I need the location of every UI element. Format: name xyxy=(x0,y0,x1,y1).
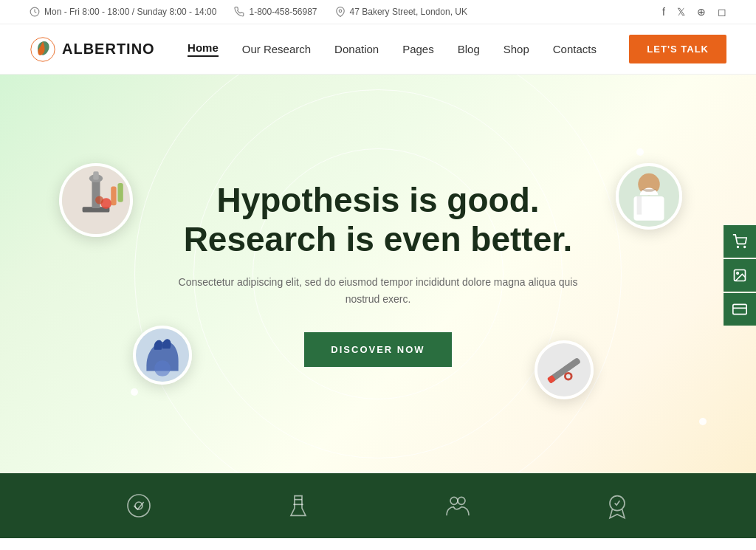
hero-title: Hypothesis is good. Research is even bet… xyxy=(171,181,585,259)
instagram-link[interactable]: ◻ xyxy=(718,6,726,18)
phone-text: 1-800-458-56987 xyxy=(249,7,317,17)
nav-shop[interactable]: Shop xyxy=(504,43,529,55)
nav-contacts[interactable]: Contacts xyxy=(553,43,597,55)
nav-research[interactable]: Our Research xyxy=(242,43,311,55)
svg-point-9 xyxy=(95,196,103,204)
footer-icon-3 xyxy=(443,491,472,520)
hero-content: Hypothesis is good. Research is even bet… xyxy=(157,151,599,396)
bubble-microscope xyxy=(59,163,133,237)
svg-rect-27 xyxy=(733,304,746,314)
topbar-social: f 𝕏 ⊕ ◻ xyxy=(662,6,726,18)
svg-rect-7 xyxy=(93,171,98,179)
orbit-dot-1 xyxy=(636,148,644,156)
address-text: 47 Bakery Street, London, UK xyxy=(350,7,467,17)
svg-rect-10 xyxy=(111,187,116,206)
phone-icon xyxy=(234,7,244,17)
nav-donation[interactable]: Donation xyxy=(334,43,379,55)
image-icon xyxy=(732,268,747,283)
nav-links: Home Our Research Donation Pages Blog Sh… xyxy=(188,41,597,57)
navbar: ALBERTINO Home Our Research Donation Pag… xyxy=(0,24,756,75)
footer-icons xyxy=(59,491,697,520)
svg-point-34 xyxy=(458,497,465,504)
facebook-link[interactable]: f xyxy=(662,6,665,18)
footer-dark xyxy=(0,473,756,538)
dribbble-link[interactable]: ⊕ xyxy=(697,6,706,18)
side-panel xyxy=(724,225,756,326)
side-image-button[interactable] xyxy=(724,259,756,292)
card-icon xyxy=(732,302,747,317)
svg-point-33 xyxy=(450,497,458,504)
orbit-dot-2 xyxy=(699,418,707,425)
nav-pages[interactable]: Pages xyxy=(402,43,434,55)
location-icon xyxy=(335,7,346,17)
topbar-left: Mon - Fri 8:00 - 18:00 / Sunday 8:00 - 1… xyxy=(30,7,467,17)
footer-team-icon xyxy=(443,491,472,520)
svg-point-1 xyxy=(339,10,342,13)
svg-point-24 xyxy=(744,246,746,247)
cart-icon xyxy=(732,234,747,249)
svg-point-23 xyxy=(738,246,739,247)
svg-point-26 xyxy=(737,272,739,274)
bubble-scientist xyxy=(616,163,682,230)
nav-home[interactable]: Home xyxy=(188,41,219,57)
svg-point-29 xyxy=(128,495,150,517)
footer-lab-icon xyxy=(284,491,313,520)
svg-rect-17 xyxy=(637,196,642,215)
footer-icon-2 xyxy=(284,491,313,520)
nav-blog[interactable]: Blog xyxy=(458,43,480,55)
logo-icon xyxy=(30,36,56,63)
topbar-address: 47 Bakery Street, London, UK xyxy=(335,7,467,17)
orbit-dot-3 xyxy=(131,388,138,396)
logo-text: ALBERTINO xyxy=(62,41,155,58)
svg-rect-11 xyxy=(117,183,123,202)
hero-section: Hypothesis is good. Research is even bet… xyxy=(0,75,756,473)
topbar-phone: 1-800-458-56987 xyxy=(234,7,317,17)
footer-icon-4 xyxy=(602,491,632,520)
hero-subtitle: Consectetur adipiscing elit, sed do eius… xyxy=(171,274,585,309)
footer-award-icon xyxy=(602,491,632,520)
lets-talk-button[interactable]: LET'S TALK xyxy=(629,35,726,63)
footer-icon-1 xyxy=(124,491,154,520)
footer-research-icon xyxy=(124,491,154,520)
clock-icon xyxy=(30,7,40,17)
topbar-hours: Mon - Fri 8:00 - 18:00 / Sunday 8:00 - 1… xyxy=(30,7,216,17)
hours-text: Mon - Fri 8:00 - 18:00 / Sunday 8:00 - 1… xyxy=(44,7,216,17)
twitter-link[interactable]: 𝕏 xyxy=(677,6,685,18)
side-card-button[interactable] xyxy=(724,293,756,326)
side-cart-button[interactable] xyxy=(724,225,756,258)
logo: ALBERTINO xyxy=(30,36,155,63)
discover-now-button[interactable]: DISCOVER NOW xyxy=(304,332,451,367)
topbar: Mon - Fri 8:00 - 18:00 / Sunday 8:00 - 1… xyxy=(0,0,756,24)
